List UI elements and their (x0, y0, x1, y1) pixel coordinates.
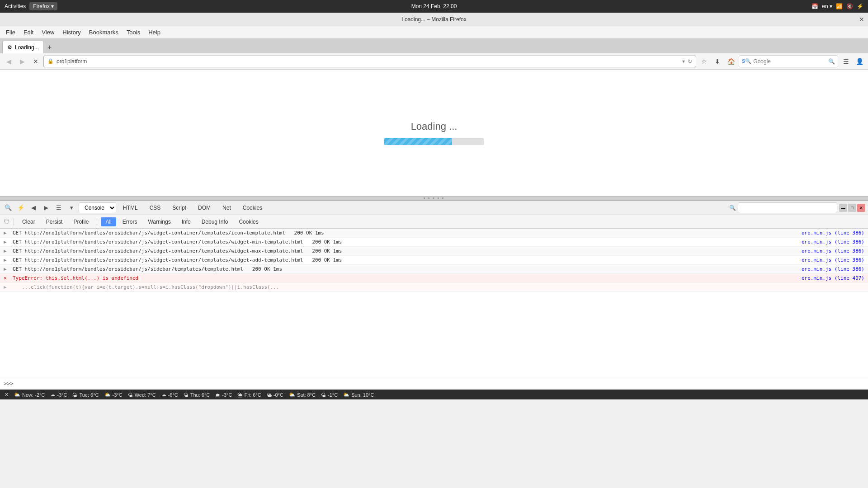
weather-temp-sat-night: -1°C (328, 392, 338, 398)
weather-icon-thu-day: 🌤 (184, 392, 189, 398)
row-text: GET http://oro1platform/bundles/orosideb… (13, 266, 802, 272)
weather-icon-sat-night: 🌤 (321, 392, 326, 398)
lock-icon: 🔒 (47, 58, 54, 64)
progress-container (384, 138, 484, 145)
console-input[interactable] (17, 380, 864, 387)
devtools-tab-script[interactable]: Script (167, 202, 191, 213)
devtools-resize-handle[interactable]: • • • • • (0, 196, 868, 200)
bookmark-button[interactable]: ☆ (698, 56, 710, 67)
console-filter-all[interactable]: All (101, 217, 116, 226)
weather-tue-night: ⛅ -3°C (104, 392, 123, 398)
console-filter-clear[interactable]: Clear (18, 217, 40, 226)
menu-file[interactable]: File (2, 27, 19, 38)
devtools-tab-net[interactable]: Net (217, 202, 236, 213)
console-log-row: ▶ GET http://oro1platform/bundles/orosid… (0, 238, 868, 247)
activities-label[interactable]: Activities (5, 3, 26, 9)
weather-icon-fri-night: 🌥 (267, 392, 272, 398)
close-button[interactable]: ✕ (859, 16, 864, 23)
weather-icon-fri-day: 🌦 (237, 392, 242, 398)
language-selector[interactable]: en ▾ (822, 3, 832, 9)
menu-tools[interactable]: Tools (123, 27, 144, 38)
firefox-menu[interactable]: Firefox ▾ (29, 2, 57, 10)
profile-icon[interactable]: 👤 (854, 56, 865, 67)
back-button[interactable]: ◀ (3, 56, 14, 67)
row-text: ...click(function(t){var i=e(t.target),s… (13, 284, 864, 290)
devtools-tab-cookies[interactable]: Cookies (238, 202, 267, 213)
console-filter-cookies[interactable]: Cookies (234, 217, 263, 226)
weather-icon-sun-day: ⛅ (343, 392, 349, 398)
devtools-tab-css[interactable]: CSS (145, 202, 166, 213)
weather-sat-night: 🌤 -1°C (321, 392, 338, 398)
row-link[interactable]: oro.min.js (line 386) (802, 239, 864, 245)
row-link[interactable]: oro.min.js (line 386) (802, 266, 864, 272)
weather-icon-tue-night: ⛅ (104, 392, 111, 398)
devtools-search-container: 🔍 ▬ □ ✕ (729, 202, 865, 213)
weather-temp-sun-day: Sun: 10°C (351, 392, 374, 398)
devtools-search-input[interactable] (738, 202, 837, 213)
refresh-url-icon[interactable]: ↻ (688, 58, 692, 65)
new-tab-button[interactable]: + (44, 42, 56, 53)
weather-icon-sat-day: ⛅ (289, 392, 295, 398)
console-filter-warnings[interactable]: Warnings (143, 217, 175, 226)
row-link[interactable]: oro.min.js (line 386) (802, 230, 864, 236)
prev-button[interactable]: ◀ (28, 202, 39, 213)
menu-button[interactable]: ☰ (840, 56, 852, 67)
address-bar: ◀ ▶ ✕ 🔒 oro1platform ▾ ↻ ☆ ⬇ 🏠 S🔍 🔍 ☰ 👤 (0, 53, 868, 70)
menu-help[interactable]: Help (145, 27, 164, 38)
row-text: GET http://oro1platform/bundles/orosideb… (13, 230, 802, 236)
devtools-tab-dom[interactable]: DOM (193, 202, 216, 213)
console-filter-profile[interactable]: Profile (69, 217, 93, 226)
next-button[interactable]: ▶ (41, 202, 52, 213)
search-bar: S🔍 🔍 (739, 56, 838, 67)
minimize-panel-button[interactable]: ▬ (839, 204, 847, 212)
menu-view[interactable]: View (38, 27, 58, 38)
row-link[interactable]: oro.min.js (line 386) (802, 257, 864, 263)
weather-icon-thu-night: 🌧 (215, 392, 220, 398)
more-button[interactable]: ▾ (66, 202, 77, 213)
inspect-element-button[interactable]: 🔍 (3, 202, 14, 213)
weather-tue-day: 🌤 Tue: 6°C (72, 392, 99, 398)
forward-button[interactable]: ▶ (16, 56, 28, 67)
calendar-icon[interactable]: 📅 (811, 3, 818, 9)
expand-panel-button[interactable]: □ (848, 204, 856, 212)
menu-edit[interactable]: Edit (20, 27, 37, 38)
close-panel-button[interactable]: ✕ (857, 204, 865, 212)
status-x-icon[interactable]: ✕ (5, 392, 9, 398)
console-dropdown[interactable]: Console (79, 202, 116, 213)
active-tab[interactable]: ⚙ Loading... (2, 41, 44, 53)
row-text: GET http://oro1platform/bundles/orosideb… (13, 239, 802, 245)
menu-bookmarks[interactable]: Bookmarks (85, 27, 122, 38)
stop-reload-button[interactable]: ✕ (30, 56, 42, 67)
devtools-tab-html[interactable]: HTML (118, 202, 143, 213)
console-input-row: >>> (0, 377, 868, 389)
console-filter-debug[interactable]: Debug Info (197, 217, 233, 226)
download-button[interactable]: ⬇ (712, 56, 723, 67)
row-icon: ▶ (4, 257, 11, 263)
weather-thu-night: 🌧 -3°C (215, 392, 232, 398)
devtools-panel: 🔍 ⚡ ◀ ▶ ☰ ▾ Console HTML CSS Script DOM … (0, 200, 868, 389)
search-go-button[interactable]: 🔍 (828, 58, 835, 65)
console-filter-info[interactable]: Info (177, 217, 195, 226)
weather-icon-wed-day: 🌤 (128, 392, 133, 398)
loading-text: Loading ... (411, 121, 458, 132)
menu-history[interactable]: History (59, 27, 84, 38)
weather-wed-day: 🌤 Wed: 7°C (128, 392, 156, 398)
url-bar[interactable]: 🔒 oro1platform ▾ ↻ (43, 56, 696, 67)
home-button[interactable]: 🏠 (725, 56, 737, 67)
row-link[interactable]: oro.min.js (line 407) (802, 275, 864, 281)
row-link[interactable]: oro.min.js (line 386) (802, 248, 864, 254)
row-text: GET http://oro1platform/bundles/orosideb… (13, 257, 802, 263)
search-input[interactable] (753, 58, 826, 65)
console-filter-errors[interactable]: Errors (118, 217, 142, 226)
weather-temp-thu-day: Thu: 6°C (190, 392, 210, 398)
console-log-row: ▶ GET http://oro1platform/bundles/orosid… (0, 256, 868, 265)
tab-bar: ⚙ Loading... + (0, 39, 868, 53)
list-button[interactable]: ☰ (53, 202, 64, 213)
row-icon: ▶ (4, 248, 11, 254)
row-text: TypeError: this.$el.html(...) is undefin… (13, 275, 802, 281)
console-filter-toolbar: 🛡 Clear Persist Profile All Errors Warni… (0, 215, 868, 229)
console-button[interactable]: ⚡ (15, 202, 26, 213)
main-content: Loading ... (0, 70, 868, 196)
console-log-row: ▶ GET http://oro1platform/bundles/orosid… (0, 265, 868, 274)
console-filter-persist[interactable]: Persist (42, 217, 67, 226)
